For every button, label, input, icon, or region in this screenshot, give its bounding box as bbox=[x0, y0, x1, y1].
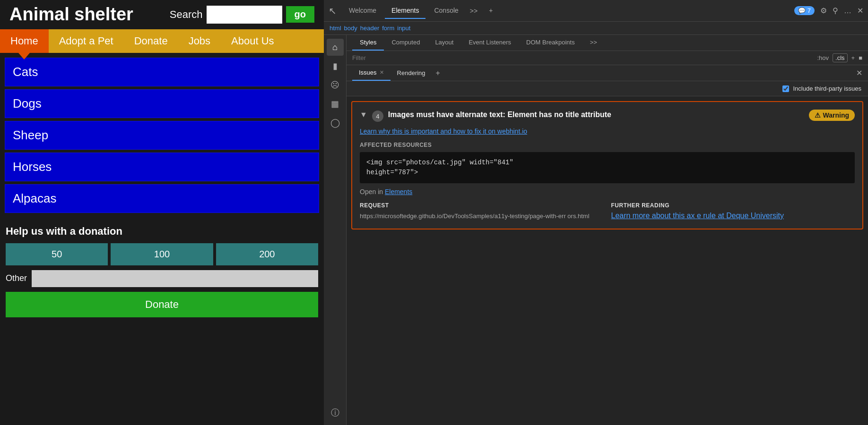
devtools-toolbar-icons: 💬 7 ⚙ ⚲ … ✕ bbox=[794, 6, 863, 15]
amount-100-button[interactable]: 100 bbox=[111, 243, 213, 265]
further-reading-link[interactable]: Learn more about this ax e rule at Deque… bbox=[611, 212, 784, 220]
code-block: <img src="photos/cat.jpg" width="841" he… bbox=[360, 152, 855, 183]
styles-tab-more[interactable]: >> bbox=[582, 35, 605, 51]
nav-item-adopt[interactable]: Adopt a Pet bbox=[49, 29, 124, 53]
open-in-text: Open in bbox=[360, 188, 385, 196]
search-input[interactable] bbox=[207, 6, 282, 24]
open-in-elements-link[interactable]: Elements bbox=[385, 188, 412, 196]
warning-icon: ⚠ bbox=[815, 111, 821, 119]
affected-resources-label: AFFECTED RESOURCES bbox=[360, 142, 855, 148]
breadcrumb-body[interactable]: body bbox=[344, 25, 357, 32]
sidebar-timer-icon[interactable]: ◯ bbox=[327, 114, 344, 131]
animal-item-cats[interactable]: Cats bbox=[5, 58, 319, 86]
issues-content: ▼ 4 Images must have alternate text: Ele… bbox=[347, 96, 868, 425]
breadcrumb-input[interactable]: input bbox=[397, 25, 410, 32]
styles-tab-dom-breakpoints[interactable]: DOM Breakpoints bbox=[519, 35, 582, 51]
issues-badge: 💬 7 bbox=[794, 6, 815, 15]
third-party-row: Include third-party issues bbox=[347, 81, 868, 96]
animal-list: Cats Dogs Sheep Horses Alpacas bbox=[0, 53, 324, 218]
site-title: Animal shelter bbox=[9, 5, 133, 25]
request-label: REQUEST bbox=[360, 202, 604, 209]
cls-button[interactable]: .cls bbox=[833, 53, 848, 62]
further-reading-col: FURTHER READING Learn more about this ax… bbox=[611, 202, 855, 221]
animal-item-sheep[interactable]: Sheep bbox=[5, 121, 319, 150]
sidebar-changes-icon[interactable]: ▦ bbox=[327, 95, 344, 112]
search-label: Search bbox=[170, 8, 203, 21]
add-style-rule-button[interactable]: + bbox=[851, 54, 855, 61]
other-label: Other bbox=[6, 273, 27, 283]
issue-count-badge: 4 bbox=[372, 110, 383, 122]
donation-title: Help us with a donation bbox=[6, 225, 318, 238]
issues-tab-close[interactable]: ✕ bbox=[380, 69, 384, 76]
issue-title: Images must have alternate text: Element… bbox=[388, 110, 804, 120]
animal-item-alpacas[interactable]: Alpacas bbox=[5, 184, 319, 213]
profile-icon[interactable]: ⚲ bbox=[833, 6, 838, 15]
sidebar-help-icon[interactable]: ⓘ bbox=[327, 404, 344, 421]
nav-item-jobs[interactable]: Jobs bbox=[178, 29, 221, 53]
tab-welcome[interactable]: Welcome bbox=[342, 3, 383, 19]
hov-button[interactable]: :hov bbox=[817, 54, 829, 61]
styles-tab-layout[interactable]: Layout bbox=[427, 35, 461, 51]
issue-warning-badge: ⚠ Warning bbox=[809, 110, 855, 121]
nav-item-donate[interactable]: Donate bbox=[124, 29, 178, 53]
close-devtools-icon[interactable]: ✕ bbox=[857, 6, 863, 15]
cursor-tool-icon[interactable]: ↖ bbox=[329, 5, 337, 17]
styles-tab-event-listeners[interactable]: Event Listeners bbox=[461, 35, 519, 51]
breadcrumb-header[interactable]: header bbox=[360, 25, 379, 32]
go-button[interactable]: go bbox=[286, 6, 314, 23]
settings-icon[interactable]: ⚙ bbox=[820, 6, 827, 15]
issue-header: ▼ 4 Images must have alternate text: Ele… bbox=[360, 110, 855, 122]
more-options-icon[interactable]: … bbox=[844, 7, 851, 15]
nav-item-about[interactable]: About Us bbox=[221, 29, 285, 53]
include-third-party-checkbox[interactable] bbox=[782, 85, 789, 92]
devtools-sidebar: ⌂ ▮ ☹ ▦ ◯ ⓘ bbox=[324, 35, 347, 425]
sidebar-elements-icon[interactable]: ⌂ bbox=[327, 39, 344, 56]
request-col: REQUEST https://microsoftedge.github.io/… bbox=[360, 202, 604, 221]
other-amount-input[interactable] bbox=[32, 270, 318, 287]
sidebar-pane-button[interactable]: ■ bbox=[859, 54, 862, 61]
animal-item-horses[interactable]: Horses bbox=[5, 153, 319, 181]
styles-tab-computed[interactable]: Computed bbox=[384, 35, 427, 51]
donation-section: Help us with a donation 50 100 200 Other… bbox=[0, 218, 324, 317]
issues-tabs-bar: Issues ✕ Rendering + ✕ bbox=[347, 65, 868, 81]
add-panel-button[interactable]: + bbox=[432, 67, 444, 79]
devtools-right-panel: ⌂ ▮ ☹ ▦ ◯ ⓘ Styles Computed Layout Event… bbox=[324, 35, 868, 425]
open-in-row: Open in Elements bbox=[360, 188, 855, 196]
animal-item-dogs[interactable]: Dogs bbox=[5, 89, 319, 118]
issue-card: ▼ 4 Images must have alternate text: Ele… bbox=[351, 101, 863, 230]
sidebar-accessibility-icon[interactable]: ☹ bbox=[327, 76, 344, 94]
styles-filter-input[interactable] bbox=[352, 54, 812, 61]
filter-buttons: :hov .cls + ■ bbox=[817, 53, 862, 62]
tab-rendering[interactable]: Rendering bbox=[391, 66, 432, 80]
issue-collapse-button[interactable]: ▼ bbox=[360, 110, 367, 119]
warning-label: Warning bbox=[823, 111, 849, 119]
further-reading-label: FURTHER READING bbox=[611, 202, 855, 209]
request-url: https://microsoftedge.github.io/DevTools… bbox=[360, 212, 604, 221]
breadcrumb-html[interactable]: html bbox=[330, 25, 341, 32]
tab-console[interactable]: Console bbox=[427, 3, 465, 19]
include-third-party-label: Include third-party issues bbox=[793, 85, 861, 92]
tab-more-icon[interactable]: >> bbox=[467, 3, 480, 18]
site-header: Animal shelter Search go bbox=[0, 0, 324, 29]
close-panel-button[interactable]: ✕ bbox=[856, 68, 862, 77]
tab-add[interactable]: + bbox=[482, 3, 499, 19]
learn-why-link[interactable]: Learn why this is important and how to f… bbox=[360, 128, 855, 135]
amount-200-button[interactable]: 200 bbox=[216, 243, 318, 265]
amount-50-button[interactable]: 50 bbox=[6, 243, 108, 265]
styles-tab-styles[interactable]: Styles bbox=[352, 35, 384, 51]
nav-bar: Home Adopt a Pet Donate Jobs About Us bbox=[0, 29, 324, 53]
search-area: Search go bbox=[170, 6, 314, 24]
styles-tabs-bar: Styles Computed Layout Event Listeners D… bbox=[347, 35, 868, 51]
sidebar-copy-icon[interactable]: ▮ bbox=[327, 58, 344, 75]
tab-issues[interactable]: Issues ✕ bbox=[352, 65, 391, 81]
other-amount-row: Other bbox=[6, 270, 318, 287]
rendering-tab-label: Rendering bbox=[397, 69, 425, 76]
donate-button[interactable]: Donate bbox=[6, 292, 318, 317]
breadcrumb-form[interactable]: form bbox=[382, 25, 394, 32]
bottom-grid: REQUEST https://microsoftedge.github.io/… bbox=[360, 202, 855, 221]
issues-tab-label: Issues bbox=[359, 69, 377, 76]
nav-item-home[interactable]: Home bbox=[0, 29, 49, 53]
devtools-panel: ↖ Welcome Elements Console >> + 💬 7 ⚙ ⚲ … bbox=[324, 0, 868, 425]
tab-elements[interactable]: Elements bbox=[385, 3, 425, 19]
website-panel: Animal shelter Search go Home Adopt a Pe… bbox=[0, 0, 324, 425]
